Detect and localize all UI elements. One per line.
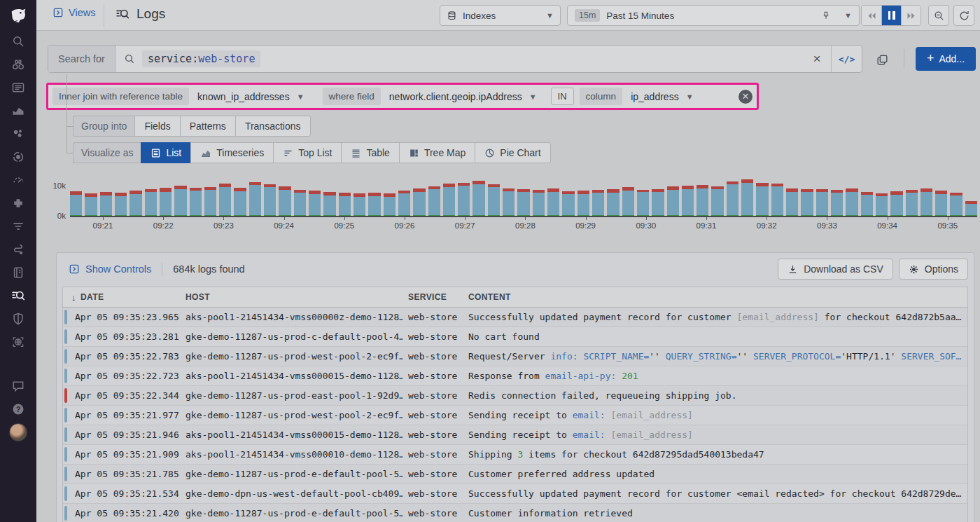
histogram-bar[interactable] (711, 186, 723, 216)
histogram-bar[interactable] (965, 201, 977, 216)
apm-target-icon[interactable] (10, 149, 26, 165)
histogram-bar[interactable] (622, 187, 634, 216)
histogram-bar[interactable] (309, 191, 321, 216)
rewind-button[interactable] (862, 6, 881, 25)
histogram-bar[interactable] (204, 187, 216, 216)
histogram-bar[interactable] (339, 193, 351, 216)
histogram-bar[interactable] (100, 192, 112, 216)
histogram-bar[interactable] (160, 188, 172, 216)
histogram-bar[interactable] (920, 188, 932, 216)
histogram-bar[interactable] (682, 186, 694, 216)
tab-table[interactable]: Table (341, 142, 398, 163)
histogram-bar[interactable] (562, 191, 574, 216)
column-header-date[interactable]: ↓DATE (63, 292, 186, 303)
fast-forward-button[interactable] (901, 6, 920, 25)
histogram-bar[interactable] (801, 189, 813, 216)
column-select[interactable]: ip_address▼ (628, 91, 696, 102)
user-avatar[interactable] (9, 423, 27, 441)
histogram-bar[interactable] (935, 191, 947, 216)
search-icon[interactable] (10, 34, 26, 49)
search-query-token[interactable]: service:web-store (142, 50, 261, 67)
chevron-down-icon[interactable]: ▼ (844, 11, 852, 20)
remove-join-button[interactable]: ✕ (738, 90, 752, 104)
code-view-toggle[interactable]: </> (831, 46, 862, 72)
histogram-bar[interactable] (592, 190, 604, 217)
histogram-bar[interactable] (786, 188, 798, 216)
histogram-bar[interactable] (413, 188, 425, 216)
histogram-bar[interactable] (488, 184, 500, 216)
add-button[interactable]: +Add... (916, 47, 976, 71)
histogram-bar[interactable] (443, 184, 455, 216)
column-header-service[interactable]: SERVICE (408, 292, 468, 302)
histogram-bar[interactable] (472, 181, 484, 216)
histogram-bar[interactable] (533, 190, 545, 216)
metrics-chart-icon[interactable] (10, 103, 26, 118)
histogram-bar[interactable] (846, 188, 858, 216)
time-range-picker[interactable]: 15m Past 15 Minutes ▼ (567, 5, 860, 26)
service-map-link-icon[interactable] (10, 242, 26, 257)
histogram-bar[interactable] (458, 183, 470, 216)
log-row[interactable]: Apr 05 09:35:21.977gke-demo-11287-us-pro… (63, 406, 967, 425)
histogram-bar[interactable] (652, 189, 664, 216)
histogram-bar[interactable] (607, 189, 619, 216)
log-row[interactable]: Apr 05 09:35:21.534gke-demo-dpn-us-west-… (63, 484, 967, 504)
histogram-bar[interactable] (384, 193, 396, 216)
histogram-bar[interactable] (323, 192, 335, 216)
download-csv-button[interactable]: Download as CSV (778, 259, 893, 280)
help-icon[interactable]: ? (10, 401, 26, 417)
histogram-bar[interactable] (190, 188, 202, 216)
histogram-bar[interactable] (771, 184, 783, 216)
tab-transactions[interactable]: Transactions (235, 116, 311, 137)
histogram-bar[interactable] (876, 193, 888, 216)
infrastructure-icon[interactable] (10, 126, 26, 142)
histogram-bar[interactable] (354, 193, 365, 216)
log-row[interactable]: Apr 05 09:35:23.281gke-demo-11287-us-pro… (63, 327, 967, 347)
log-row[interactable]: Apr 05 09:35:21.909aks-pool1-21451434-vm… (63, 445, 967, 465)
search-bar[interactable]: Search for service:web-store × </> (48, 45, 862, 73)
histogram-bar[interactable] (503, 188, 514, 216)
log-row[interactable]: Apr 05 09:35:22.783gke-demo-11287-us-pro… (63, 347, 967, 366)
histogram-bar[interactable] (70, 191, 82, 216)
histogram-bar[interactable] (741, 179, 753, 216)
tab-list[interactable]: List (141, 142, 190, 163)
histogram-bar[interactable] (667, 186, 679, 216)
histogram-bar[interactable] (756, 183, 768, 216)
histogram-bar[interactable] (906, 190, 918, 217)
histogram-bar[interactable] (578, 191, 589, 216)
histogram-bar[interactable] (831, 190, 843, 216)
integrations-puzzle-icon[interactable] (10, 195, 26, 211)
log-row[interactable]: Apr 05 09:35:22.344gke-demo-11287-us-pro… (63, 386, 967, 406)
histogram-bar[interactable] (85, 193, 97, 216)
histogram-bar[interactable] (219, 184, 231, 216)
histogram-bar[interactable] (234, 188, 246, 216)
watchdog-binoculars-icon[interactable] (10, 57, 26, 72)
column-header-content[interactable]: CONTENT (468, 292, 967, 302)
tab-tree-map[interactable]: Tree Map (399, 142, 475, 163)
histogram-bar[interactable] (294, 190, 306, 216)
histogram-bar[interactable] (398, 191, 410, 216)
network-globe-icon[interactable] (10, 334, 26, 350)
field-select[interactable]: network.client.geoip.ipAddress▼ (386, 91, 540, 102)
histogram-bar[interactable] (950, 193, 962, 216)
log-row[interactable]: Apr 05 09:35:21.420gke-demo-11287-us-pro… (63, 504, 967, 522)
options-button[interactable]: Options (899, 259, 968, 280)
indexes-dropdown[interactable]: Indexes ▼ (440, 5, 561, 26)
zoom-out-button[interactable] (928, 5, 949, 26)
tab-top-list[interactable]: Top List (273, 142, 341, 163)
histogram-bar[interactable] (890, 191, 902, 216)
pause-button[interactable] (881, 6, 901, 25)
column-header-host[interactable]: HOST (186, 292, 408, 302)
refresh-button[interactable] (953, 5, 974, 26)
logs-icon[interactable] (10, 288, 26, 303)
reference-table-select[interactable]: known_ip_addresses▼ (195, 91, 307, 102)
tab-patterns[interactable]: Patterns (180, 116, 235, 137)
pin-icon[interactable] (821, 11, 831, 20)
copy-icon[interactable] (872, 50, 892, 69)
tab-fields[interactable]: Fields (134, 116, 179, 137)
notebook-icon[interactable] (10, 265, 26, 280)
histogram-bar[interactable] (130, 191, 141, 216)
histogram-bar[interactable] (279, 186, 290, 216)
histogram-bar[interactable] (816, 189, 828, 216)
dashboards-icon[interactable] (10, 80, 26, 95)
pipelines-filter-icon[interactable] (10, 219, 26, 234)
